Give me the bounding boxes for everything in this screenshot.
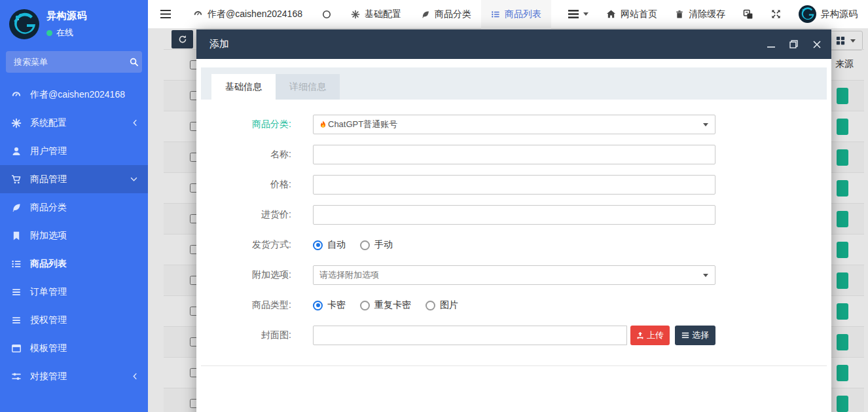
tab-loading[interactable] <box>312 0 341 29</box>
sidebar-item-product-management[interactable]: 商品管理 <box>0 165 148 193</box>
sidebar-item-label: 授权管理 <box>30 314 67 326</box>
sidebar-item-label: 用户管理 <box>30 145 67 157</box>
minimize-icon[interactable] <box>767 40 775 48</box>
upload-button[interactable]: 上传 <box>630 326 670 345</box>
choose-button[interactable]: 选择 <box>675 326 715 345</box>
caret-down-icon <box>703 123 708 126</box>
maximize-icon[interactable] <box>789 40 798 48</box>
tab-product-list[interactable]: 商品列表 <box>481 0 551 29</box>
sidebar-logo-row: 异构源码 在线 <box>0 0 148 46</box>
bookmark-icon <box>11 231 22 241</box>
upload-icon <box>636 331 644 339</box>
name-label: 名称: <box>223 149 291 160</box>
sidebar-item-product-list[interactable]: 商品列表 <box>0 250 148 278</box>
delivery-auto-radio[interactable]: 自动 <box>313 239 346 251</box>
basic-info-form: 商品分类: ChatGPT普通账号 名称: 价格: 进货价: <box>201 100 827 366</box>
close-icon[interactable] <box>812 40 821 48</box>
cost-price-input[interactable] <box>313 205 715 225</box>
sidebar-item-label: 系统配置 <box>30 117 67 129</box>
tab-label: 商品列表 <box>505 9 541 20</box>
category-select[interactable]: ChatGPT普通账号 <box>313 115 715 134</box>
online-status-dot <box>46 30 52 36</box>
radio-unselected-icon <box>360 240 370 250</box>
sidebar-item-order-management[interactable]: 订单管理 <box>0 278 148 306</box>
radio-label: 卡密 <box>327 299 346 311</box>
flame-icon <box>319 121 327 129</box>
site-home-label: 网站首页 <box>621 9 657 20</box>
list-icon <box>11 259 22 269</box>
sidebar-item-label: 订单管理 <box>30 286 67 298</box>
leaf-icon <box>421 10 430 19</box>
modal-body: 基础信息 详细信息 商品分类: ChatGPT普通账号 名称: 价格: <box>196 67 831 412</box>
tab-product-category[interactable]: 商品分类 <box>411 0 481 29</box>
sidebar-item-label: 商品列表 <box>30 258 67 270</box>
radio-label: 手动 <box>374 239 393 251</box>
top-navbar: 作者@caishen2024168 基础配置 商品分类 商品列表 网站首页 <box>148 0 868 29</box>
trash-icon <box>675 10 684 19</box>
delivery-manual-radio[interactable]: 手动 <box>360 239 393 251</box>
modal-header[interactable]: 添加 <box>196 29 831 59</box>
tab-label: 作者@caishen2024168 <box>208 9 302 20</box>
category-value: ChatGPT普通账号 <box>328 119 397 130</box>
cover-image-input[interactable] <box>313 326 627 345</box>
sidebar-item-product-category[interactable]: 商品分类 <box>0 193 148 221</box>
radio-label: 图片 <box>440 299 458 311</box>
sidebar-item-label: 商品管理 <box>30 174 67 185</box>
radio-unselected-icon <box>425 301 435 310</box>
cost-label: 进货价: <box>223 209 291 221</box>
modal-tab-strip: 基础信息 详细信息 <box>201 67 827 100</box>
tab-detail-info[interactable]: 详细信息 <box>276 74 340 100</box>
search-icon[interactable] <box>129 57 139 67</box>
tab-basic-config[interactable]: 基础配置 <box>341 0 411 29</box>
chevron-down-icon <box>130 177 137 181</box>
sidebar-item-label: 商品分类 <box>30 202 67 214</box>
template-icon <box>11 343 22 354</box>
translate-icon[interactable] <box>743 9 753 20</box>
chevron-left-icon <box>133 373 137 380</box>
sidebar-toggle-icon[interactable] <box>148 10 183 19</box>
price-input[interactable] <box>313 175 715 195</box>
clear-cache-button[interactable]: 清除缓存 <box>675 9 725 20</box>
addon-select[interactable]: 请选择附加选项 <box>313 265 715 285</box>
tabs-menu-button[interactable] <box>568 10 588 18</box>
sidebar-item-license-management[interactable]: 授权管理 <box>0 306 148 334</box>
type-label: 商品类型: <box>223 299 291 311</box>
sidebar-search[interactable] <box>6 51 142 73</box>
menu-search-input[interactable] <box>14 57 129 67</box>
leaf-icon <box>11 202 22 213</box>
tab-label: 基础配置 <box>365 9 401 20</box>
dashboard-icon <box>193 9 203 19</box>
sidebar-item-system-config[interactable]: 系统配置 <box>0 109 148 137</box>
fullscreen-icon[interactable] <box>771 9 781 19</box>
sidebar-item-addon-options[interactable]: 附加选项 <box>0 221 148 250</box>
type-repeat-card-radio[interactable]: 重复卡密 <box>360 299 411 311</box>
online-status-text: 在线 <box>56 27 73 39</box>
add-product-modal: 添加 基础信息 详细信息 商品分类: ChatGPT普通账号 <box>196 29 831 412</box>
sliders-icon <box>11 371 22 382</box>
sidebar-item-template-management[interactable]: 模板管理 <box>0 334 148 362</box>
list-icon <box>681 331 689 339</box>
sidebar-item-integration-management[interactable]: 对接管理 <box>0 362 148 390</box>
choose-button-label: 选择 <box>692 329 709 341</box>
sidebar-item-user-management[interactable]: 用户管理 <box>0 137 148 165</box>
upload-button-label: 上传 <box>647 329 664 341</box>
radio-label: 重复卡密 <box>374 299 411 311</box>
circle-icon <box>322 10 331 19</box>
modal-title: 添加 <box>209 38 229 50</box>
tab-label: 商品分类 <box>435 9 471 20</box>
navbar-tabs: 作者@caishen2024168 基础配置 商品分类 商品列表 <box>183 0 551 29</box>
user-menu[interactable]: 异构源码 <box>799 5 858 23</box>
tab-basic-info[interactable]: 基础信息 <box>211 74 276 100</box>
type-card-radio[interactable]: 卡密 <box>313 299 346 311</box>
caret-down-icon <box>583 12 588 16</box>
type-image-radio[interactable]: 图片 <box>425 299 458 311</box>
sidebar-item-author[interactable]: 作者@caishen2024168 <box>0 81 148 109</box>
tab-author[interactable]: 作者@caishen2024168 <box>183 0 312 29</box>
avatar <box>799 5 816 23</box>
name-input[interactable] <box>313 145 715 164</box>
site-home-link[interactable]: 网站首页 <box>606 9 657 20</box>
sidebar-item-label: 附加选项 <box>30 230 67 242</box>
sidebar-menu: 作者@caishen2024168 系统配置 用户管理 商品管理 商品分类 附加… <box>0 81 148 390</box>
lines-icon <box>11 315 22 326</box>
home-icon <box>606 9 616 19</box>
